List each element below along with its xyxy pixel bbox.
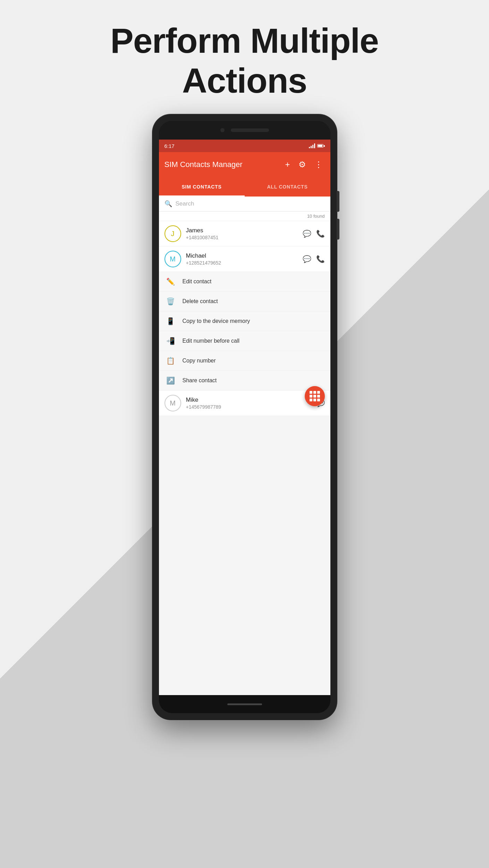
speaker-bar (231, 128, 269, 132)
contacts-list: J James +14810087451 💬 📞 (159, 221, 330, 416)
edit-number-icon: 📲 (166, 337, 176, 345)
avatar-james: J (165, 225, 181, 242)
contact-item-james[interactable]: J James +14810087451 💬 📞 (159, 221, 330, 247)
contact-actions-michael: 💬 📞 (303, 255, 325, 263)
copy-number-icon: 📋 (166, 357, 176, 365)
share-contact-icon: ↗️ (166, 376, 176, 385)
phone-bottom-bar (159, 695, 330, 713)
phone-device: 6:17 SIM Contacts (153, 115, 337, 719)
contact-actions-james: 💬 📞 (303, 229, 325, 238)
menu-item-share[interactable]: ↗️ Share contact (159, 371, 330, 391)
share-contact-label: Share contact (183, 377, 217, 384)
phone-screen: 6:17 SIM Contacts (159, 140, 330, 695)
app-title: SIM Contacts Manager (165, 160, 279, 169)
menu-item-copy-device[interactable]: 📱 Copy to the device memory (159, 311, 330, 331)
call-icon-michael[interactable]: 📞 (316, 255, 325, 263)
results-count: 10 found (159, 211, 330, 221)
battery-icon (317, 144, 325, 148)
status-icons (309, 143, 325, 148)
contact-info-james: James +14810087451 (186, 227, 298, 240)
edit-contact-icon: ✏️ (166, 277, 176, 286)
search-bar[interactable]: 🔍 Search (159, 197, 330, 211)
contact-phone-michael: +128521479652 (186, 260, 298, 266)
sms-icon-james[interactable]: 💬 (303, 229, 311, 238)
edit-contact-label: Edit contact (183, 278, 212, 285)
contact-phone-mike: +145679987789 (186, 404, 311, 410)
more-button[interactable]: ⋮ (312, 158, 325, 172)
delete-contact-label: Delete contact (183, 298, 218, 304)
camera-dot (220, 128, 225, 132)
contact-name-mike: Mike (186, 397, 311, 403)
contact-item-michael[interactable]: M Michael +128521479652 💬 📞 (159, 247, 330, 272)
settings-button[interactable]: ⚙ (296, 158, 308, 172)
status-bar: 6:17 (159, 140, 330, 152)
copy-device-label: Copy to the device memory (183, 318, 250, 324)
contact-phone-james: +14810087451 (186, 235, 298, 240)
copy-device-icon: 📱 (166, 317, 176, 325)
contact-name-james: James (186, 227, 298, 234)
search-icon: 🔍 (165, 200, 172, 208)
menu-item-copy-number[interactable]: 📋 Copy number (159, 351, 330, 371)
contact-info-michael: Michael +128521479652 (186, 252, 298, 266)
fab-grid-icon (310, 391, 320, 401)
search-input[interactable]: Search (176, 200, 194, 207)
tabs-bar: SIM CONTACTS ALL CONTACTS (159, 177, 330, 197)
contact-info-mike: Mike +145679987789 (186, 397, 311, 410)
avatar-mike: M (165, 395, 181, 411)
copy-number-label: Copy number (183, 358, 216, 364)
fab-button[interactable] (305, 386, 325, 406)
status-time: 6:17 (165, 143, 175, 149)
home-indicator (227, 703, 262, 705)
menu-item-edit[interactable]: ✏️ Edit contact (159, 272, 330, 292)
avatar-michael: M (165, 251, 181, 267)
hero-text: Perform Multiple Actions (0, 21, 489, 101)
add-button[interactable]: + (283, 158, 292, 172)
app-bar: SIM Contacts Manager + ⚙ ⋮ (159, 152, 330, 177)
delete-contact-icon: 🗑️ (166, 297, 176, 306)
tab-sim-contacts[interactable]: SIM CONTACTS (159, 177, 245, 197)
edit-number-label: Edit number before call (183, 338, 240, 344)
contact-name-michael: Michael (186, 252, 298, 259)
call-icon-james[interactable]: 📞 (316, 229, 325, 238)
menu-item-delete[interactable]: 🗑️ Delete contact (159, 292, 330, 311)
menu-item-edit-number[interactable]: 📲 Edit number before call (159, 331, 330, 351)
signal-icon (309, 143, 315, 148)
sms-icon-michael[interactable]: 💬 (303, 255, 311, 263)
tab-all-contacts[interactable]: ALL CONTACTS (245, 177, 330, 197)
phone-top-bar (159, 121, 330, 140)
